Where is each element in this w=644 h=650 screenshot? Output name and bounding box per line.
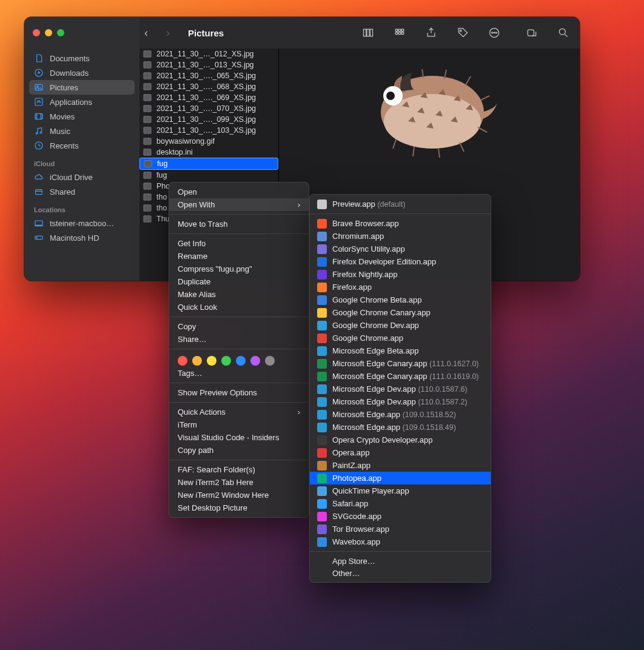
open-with-app[interactable]: SVGcode.app bbox=[310, 510, 491, 523]
open-with-app[interactable]: Microsoft Edge Canary.app (111.0.1619.0) bbox=[310, 370, 491, 383]
ctx-trash[interactable]: Move to Trash bbox=[169, 218, 309, 230]
titlebar: ‹ › Pictures bbox=[24, 17, 580, 49]
open-with-app[interactable]: Microsoft Edge Dev.app (110.0.1587.6) bbox=[310, 383, 491, 395]
ctx-preview-options[interactable]: Show Preview Options bbox=[169, 386, 309, 399]
svg-point-47 bbox=[386, 92, 395, 100]
open-with-app[interactable]: Tor Browser.app bbox=[310, 523, 491, 535]
ctx-duplicate[interactable]: Duplicate bbox=[169, 275, 309, 288]
open-with-app[interactable]: Microsoft Edge Beta.app bbox=[310, 344, 491, 357]
ctx-open-with[interactable]: Open With› bbox=[169, 198, 309, 211]
tag-dot[interactable] bbox=[192, 356, 202, 366]
open-with-app[interactable]: Opera.app bbox=[310, 446, 491, 459]
ctx-vscode[interactable]: Visual Studio Code - Insiders bbox=[169, 431, 309, 444]
file-row[interactable]: fug bbox=[139, 170, 278, 181]
sidebar-item-music[interactable]: Music bbox=[29, 124, 135, 138]
open-with-app[interactable]: Google Chrome.app bbox=[310, 332, 491, 344]
open-with-app[interactable]: Brave Browser.app bbox=[310, 217, 491, 230]
ctx-make-alias[interactable]: Make Alias bbox=[169, 288, 309, 301]
minimize-button[interactable] bbox=[45, 29, 52, 36]
sidebar-item-downloads[interactable]: Downloads bbox=[29, 65, 135, 80]
sidebar-item-tsteiner-macboo-[interactable]: tsteiner-macboo… bbox=[29, 216, 135, 230]
action-icon[interactable] bbox=[525, 26, 538, 39]
open-with-app[interactable]: Firefox Nightly.app bbox=[310, 268, 491, 281]
file-row[interactable]: boywasiwrong.gif bbox=[139, 136, 278, 147]
preview-image bbox=[360, 61, 499, 158]
chevron-right-icon: › bbox=[298, 407, 300, 417]
file-row[interactable]: 2021_11_30_…_012_XS.jpg bbox=[139, 49, 278, 59]
open-with-app[interactable]: Photopea.app bbox=[310, 472, 491, 484]
open-with-other[interactable]: Other… bbox=[310, 567, 491, 579]
file-row[interactable]: 2021_11_30_…_013_XS.jpg bbox=[139, 59, 278, 70]
share-icon[interactable] bbox=[424, 26, 438, 39]
tag-icon[interactable] bbox=[456, 26, 469, 39]
ctx-quick-actions[interactable]: Quick Actions› bbox=[169, 406, 309, 418]
file-row[interactable]: 2021_11_30_…._099_XS.jpg bbox=[139, 114, 278, 125]
open-with-app[interactable]: Google Chrome Beta.app bbox=[310, 293, 491, 306]
back-button[interactable]: ‹ bbox=[139, 27, 153, 39]
sidebar-item-applications[interactable]: Applications bbox=[29, 95, 135, 109]
sidebar-item-label: iCloud Drive bbox=[50, 173, 93, 182]
open-with-app[interactable]: Google Chrome Dev.app bbox=[310, 319, 491, 332]
ctx-set-desktop[interactable]: Set Desktop Picture bbox=[169, 501, 309, 514]
file-row[interactable]: 2021_11_30_…._069_XS.jpg bbox=[139, 92, 278, 103]
view-columns-icon[interactable] bbox=[361, 26, 375, 39]
ctx-copy-path[interactable]: Copy path bbox=[169, 444, 309, 457]
open-with-app[interactable]: Microsoft Edge.app (109.0.1518.49) bbox=[310, 421, 491, 434]
ctx-iterm[interactable]: iTerm bbox=[169, 418, 309, 431]
open-with-app[interactable]: Google Chrome Canary.app bbox=[310, 306, 491, 319]
open-with-app[interactable]: Opera Crypto Developer.app bbox=[310, 434, 491, 446]
open-with-app[interactable]: Microsoft Edge Dev.app (110.0.1587.2) bbox=[310, 395, 491, 408]
open-with-app[interactable]: Wavebox.app bbox=[310, 535, 491, 548]
group-icon[interactable] bbox=[393, 26, 406, 39]
open-with-app[interactable]: PaintZ.app bbox=[310, 459, 491, 472]
open-with-app[interactable]: Safari.app bbox=[310, 497, 491, 510]
ctx-new-iterm-tab[interactable]: New iTerm2 Tab Here bbox=[169, 476, 309, 489]
maximize-button[interactable] bbox=[57, 29, 64, 36]
ctx-tags[interactable]: Tags… bbox=[169, 367, 309, 380]
tag-dot[interactable] bbox=[221, 356, 231, 366]
ctx-compress[interactable]: Compress "fugu.png" bbox=[169, 263, 309, 275]
ctx-get-info[interactable]: Get Info bbox=[169, 237, 309, 250]
ctx-faf-search[interactable]: FAF: Search Folder(s) bbox=[169, 463, 309, 476]
ctx-copy[interactable]: Copy bbox=[169, 320, 309, 333]
open-with-app[interactable]: ColorSync Utility.app bbox=[310, 243, 491, 255]
open-with-appstore[interactable]: App Store… bbox=[310, 555, 491, 567]
open-with-app[interactable]: Chromium.app bbox=[310, 230, 491, 243]
ctx-open[interactable]: Open bbox=[169, 186, 309, 198]
svg-rect-4 bbox=[398, 29, 400, 31]
open-with-app[interactable]: Microsoft Edge.app (109.0.1518.52) bbox=[310, 408, 491, 421]
file-row[interactable]: 2021_11_30_…._070_XS.jpg bbox=[139, 103, 278, 114]
sidebar-item-movies[interactable]: Movies bbox=[29, 109, 135, 124]
sidebar-item-recents[interactable]: Recents bbox=[29, 138, 135, 153]
open-with-app[interactable]: Firefox Developer Edition.app bbox=[310, 255, 491, 268]
file-row[interactable]: desktop.ini bbox=[139, 147, 278, 158]
file-row[interactable]: 2021_11_30_…._068_XS.jpg bbox=[139, 81, 278, 92]
tag-dot[interactable] bbox=[250, 356, 260, 366]
app-icon bbox=[317, 499, 327, 509]
open-with-app[interactable]: Firefox.app bbox=[310, 281, 491, 293]
forward-button[interactable]: › bbox=[161, 27, 175, 39]
ctx-share[interactable]: Share… bbox=[169, 333, 309, 346]
sidebar-item-shared[interactable]: Shared bbox=[29, 184, 135, 199]
tag-dot[interactable] bbox=[236, 356, 246, 366]
file-row[interactable]: fug bbox=[139, 158, 278, 170]
sidebar-item-documents[interactable]: Documents bbox=[29, 51, 135, 65]
file-row[interactable]: 2021_11_30_…._065_XS.jpg bbox=[139, 70, 278, 81]
search-icon[interactable] bbox=[557, 26, 570, 39]
sidebar-item-pictures[interactable]: Pictures bbox=[29, 80, 135, 95]
tag-dot[interactable] bbox=[265, 356, 275, 366]
close-button[interactable] bbox=[33, 29, 40, 36]
open-with-app[interactable]: QuickTime Player.app bbox=[310, 484, 491, 497]
sidebar-item-icloud-drive[interactable]: iCloud Drive bbox=[29, 170, 135, 184]
ctx-rename[interactable]: Rename bbox=[169, 250, 309, 263]
tag-dot[interactable] bbox=[207, 356, 216, 366]
tag-dot[interactable] bbox=[178, 356, 187, 366]
open-with-default[interactable]: Preview.app (default) bbox=[310, 198, 491, 210]
ctx-new-iterm-window[interactable]: New iTerm2 Window Here bbox=[169, 489, 309, 501]
app-name: Microsoft Edge Canary.app bbox=[332, 359, 428, 368]
file-row[interactable]: 2021_11_30_…._103_XS.jpg bbox=[139, 125, 278, 136]
open-with-app[interactable]: Microsoft Edge Canary.app (111.0.1627.0) bbox=[310, 357, 491, 370]
ctx-quick-look[interactable]: Quick Look bbox=[169, 301, 309, 313]
sidebar-item-macintosh-hd[interactable]: Macintosh HD bbox=[29, 230, 135, 245]
more-icon[interactable] bbox=[488, 26, 501, 39]
